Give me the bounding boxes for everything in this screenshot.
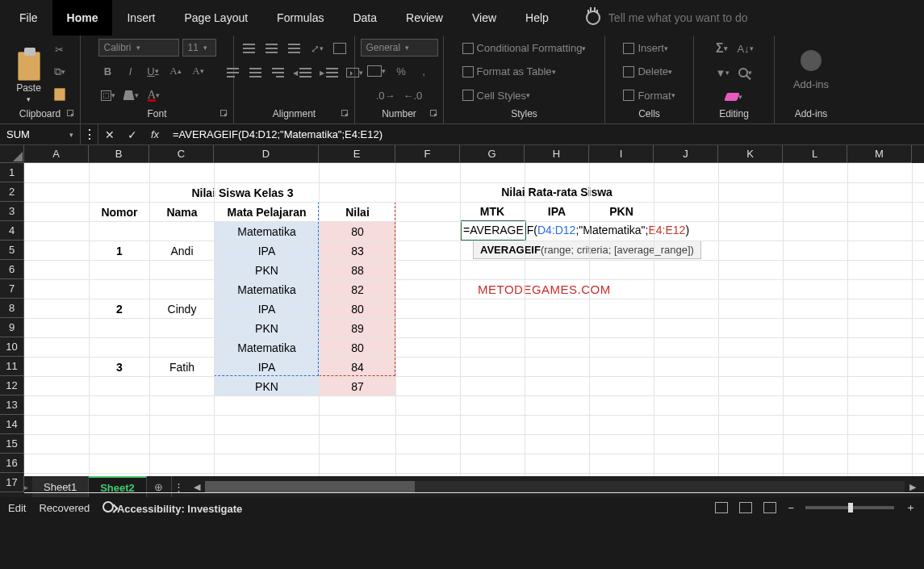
- column-header[interactable]: I: [589, 145, 654, 163]
- hscroll-left[interactable]: ◀: [189, 482, 205, 492]
- row-header[interactable]: 11: [0, 357, 24, 376]
- new-sheet-button[interactable]: ⊕: [147, 476, 171, 497]
- sort-filter-button[interactable]: A↓: [734, 39, 755, 58]
- bold-button[interactable]: B: [98, 61, 118, 81]
- worksheet[interactable]: ABCDEFGHIJKLM 1234567891011121314151617 …: [0, 145, 924, 476]
- row-header[interactable]: 14: [0, 415, 24, 434]
- column-header[interactable]: B: [89, 145, 149, 163]
- conditional-formatting-button[interactable]: Conditional Formatting: [460, 39, 589, 57]
- hscroll-thumb[interactable]: [205, 481, 415, 492]
- accounting-format-button[interactable]: [365, 61, 388, 81]
- column-headers[interactable]: ABCDEFGHIJKLM: [24, 145, 924, 163]
- row-header[interactable]: 7: [0, 279, 24, 299]
- comma-button[interactable]: ,: [414, 61, 433, 81]
- insert-cells-button[interactable]: Insert: [621, 39, 671, 57]
- row-header[interactable]: 9: [0, 318, 24, 337]
- decrease-indent-button[interactable]: [291, 63, 314, 82]
- view-page-break-button[interactable]: [763, 502, 776, 513]
- increase-font-button[interactable]: A▴: [166, 61, 186, 81]
- row-header[interactable]: 10: [0, 337, 24, 357]
- column-header[interactable]: J: [654, 145, 718, 163]
- borders-button[interactable]: [98, 86, 118, 105]
- decrease-decimal-button[interactable]: ←.0: [401, 86, 425, 105]
- align-left-button[interactable]: [223, 63, 242, 82]
- insert-function-button[interactable]: fx: [144, 124, 166, 144]
- tab-split-handle[interactable]: ⋮: [171, 476, 186, 497]
- name-box[interactable]: SUM: [0, 124, 81, 144]
- font-color-button[interactable]: A: [144, 86, 164, 105]
- row-header[interactable]: 12: [0, 376, 24, 395]
- row-header[interactable]: 4: [0, 221, 24, 241]
- align-middle-button[interactable]: [262, 39, 282, 58]
- column-header[interactable]: D: [214, 145, 319, 163]
- paste-button[interactable]: Paste▾: [11, 40, 47, 103]
- tab-review[interactable]: Review: [391, 0, 458, 36]
- formula-input[interactable]: =AVERAGEIF(D4:D12;"Matematika";E4:E12): [166, 124, 924, 144]
- alignment-dialog-icon[interactable]: [341, 110, 348, 116]
- column-header[interactable]: C: [149, 145, 214, 163]
- cut-button[interactable]: [50, 40, 69, 59]
- column-header[interactable]: A: [24, 145, 89, 163]
- tab-formulas[interactable]: Formulas: [262, 0, 338, 36]
- align-bottom-button[interactable]: [285, 39, 304, 58]
- view-page-layout-button[interactable]: [739, 502, 752, 513]
- orientation-button[interactable]: ⤢: [307, 39, 327, 58]
- fill-button[interactable]: ▼: [713, 63, 732, 82]
- column-header[interactable]: F: [395, 145, 460, 163]
- enter-formula-button[interactable]: ✓: [121, 124, 144, 144]
- font-dialog-icon[interactable]: [220, 110, 227, 116]
- row-header[interactable]: 17: [0, 473, 24, 492]
- zoom-slider[interactable]: [805, 506, 894, 509]
- italic-button[interactable]: I: [121, 61, 140, 81]
- align-top-button[interactable]: [240, 39, 259, 58]
- clipboard-dialog-icon[interactable]: [67, 110, 73, 116]
- sheet-tab-1[interactable]: Sheet1: [32, 476, 89, 497]
- format-painter-button[interactable]: [50, 85, 69, 104]
- format-as-table-button[interactable]: Format as Table: [460, 62, 558, 81]
- sheet-tab-2[interactable]: Sheet2: [89, 476, 147, 497]
- row-header[interactable]: 8: [0, 299, 24, 318]
- row-headers[interactable]: 1234567891011121314151617: [0, 163, 24, 492]
- zoom-in-button[interactable]: ＋: [905, 500, 916, 515]
- fill-color-button[interactable]: [121, 86, 141, 105]
- wrap-text-button[interactable]: [330, 39, 349, 58]
- font-size-select[interactable]: 11: [182, 39, 216, 56]
- font-name-select[interactable]: Calibri: [98, 39, 179, 56]
- row-header[interactable]: 3: [0, 202, 24, 221]
- row-header[interactable]: 16: [0, 454, 24, 473]
- align-right-button[interactable]: [268, 63, 287, 82]
- row-header[interactable]: 13: [0, 395, 24, 415]
- tab-file[interactable]: File: [5, 0, 52, 36]
- increase-indent-button[interactable]: [317, 63, 341, 82]
- tab-view[interactable]: View: [458, 0, 511, 36]
- align-center-button[interactable]: [245, 63, 265, 82]
- autosum-button[interactable]: Σ: [712, 39, 731, 58]
- percent-button[interactable]: %: [391, 61, 411, 81]
- column-header[interactable]: K: [718, 145, 783, 163]
- accessibility-status[interactable]: Accessibility: Investigate: [102, 501, 242, 515]
- view-normal-button[interactable]: [715, 502, 728, 513]
- copy-button[interactable]: [50, 62, 69, 82]
- find-select-button[interactable]: [735, 63, 755, 82]
- number-dialog-icon[interactable]: [430, 110, 437, 116]
- format-cells-button[interactable]: Format: [621, 86, 677, 105]
- column-header[interactable]: E: [319, 145, 395, 163]
- row-header[interactable]: 15: [0, 434, 24, 454]
- hscroll-right[interactable]: ▶: [905, 482, 921, 492]
- clear-button[interactable]: [723, 87, 745, 107]
- number-format-select[interactable]: General: [361, 39, 438, 56]
- delete-cells-button[interactable]: Delete: [621, 62, 675, 81]
- tab-data[interactable]: Data: [338, 0, 391, 36]
- tab-insert[interactable]: Insert: [112, 0, 169, 36]
- tell-me-input[interactable]: [608, 11, 818, 24]
- column-header[interactable]: H: [525, 145, 589, 163]
- cell-styles-button[interactable]: Cell Styles: [460, 86, 533, 105]
- row-header[interactable]: 6: [0, 260, 24, 279]
- column-header[interactable]: G: [460, 145, 525, 163]
- hscroll-track[interactable]: [205, 481, 905, 492]
- cell-grid[interactable]: Nilai Siswa Kelas 3NomorNamaMata Pelajar…: [24, 163, 924, 476]
- tab-home[interactable]: Home: [52, 0, 113, 36]
- tab-help[interactable]: Help: [511, 0, 563, 36]
- column-header[interactable]: L: [783, 145, 847, 163]
- row-header[interactable]: 5: [0, 241, 24, 260]
